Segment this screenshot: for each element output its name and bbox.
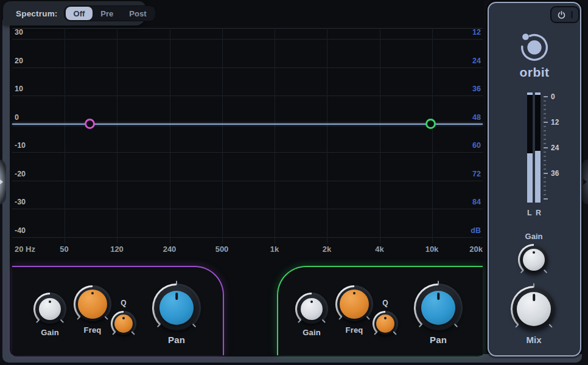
left-drawer-handle[interactable] xyxy=(0,159,6,204)
freq-axis-label: 20k xyxy=(469,245,483,254)
right-drawer-arrow-icon xyxy=(583,179,587,185)
sidebar-gain-indicator xyxy=(533,251,535,254)
gridline-vertical xyxy=(170,28,170,243)
right-drawer-handle[interactable] xyxy=(582,159,588,204)
band-2-q-knob[interactable] xyxy=(373,311,398,336)
meter-bar-l xyxy=(527,92,533,203)
band-2-q-tick xyxy=(393,331,396,335)
gridline-vertical xyxy=(432,28,433,243)
freq-axis-label: 2k xyxy=(323,245,331,254)
right-axis-label: 60 xyxy=(472,141,481,150)
spectrum-toggle: Off Pre Post xyxy=(64,5,156,21)
meter-channel-label: L xyxy=(527,209,532,217)
gridline-horizontal xyxy=(12,68,483,68)
logo: orbit xyxy=(489,27,580,80)
band-1-q-tick xyxy=(131,331,135,335)
band-2-pan-tick xyxy=(438,281,439,285)
db-axis-label: 0 xyxy=(15,113,19,122)
meter-tick xyxy=(544,169,546,170)
meter-scale-label: 24 xyxy=(551,144,559,152)
node-band-1[interactable] xyxy=(85,119,95,129)
right-axis-label: 24 xyxy=(472,57,481,65)
meter-tick xyxy=(544,190,546,191)
meter-bar-r xyxy=(535,92,541,203)
meter-tick xyxy=(544,177,546,178)
meter-tick xyxy=(544,134,546,136)
plot-top-edge xyxy=(12,28,483,29)
meter-scale-label: 36 xyxy=(551,169,559,178)
gridline-horizontal xyxy=(12,96,483,96)
meter-tick xyxy=(544,164,546,165)
band-1-pan-knob[interactable] xyxy=(152,283,201,332)
band-2-gain-knob[interactable] xyxy=(295,293,328,325)
meter-tick xyxy=(544,139,546,140)
meter-channel-label: R xyxy=(536,209,541,217)
band-1-gain-indicator xyxy=(49,301,51,303)
band-2-gain-indicator xyxy=(310,301,313,303)
left-drawer-arrow-icon xyxy=(0,179,3,185)
band-2-pan-label: Pan xyxy=(408,335,469,345)
meter-tick xyxy=(544,186,546,187)
right-axis-label: 12 xyxy=(472,28,481,36)
meter-tick xyxy=(544,122,548,123)
plugin-window: Spectrum: Off Pre Post orbit xyxy=(0,0,588,365)
meter-tick xyxy=(544,173,548,174)
meter-peak-r xyxy=(535,92,541,95)
sidebar-mix-indicator xyxy=(533,294,535,301)
meter-tick xyxy=(544,130,546,131)
freq-axis-label: 20 Hz xyxy=(15,245,35,254)
gridline-horizontal xyxy=(12,152,483,153)
band-2-freq-tick xyxy=(366,316,369,319)
band-1-gain-knob[interactable] xyxy=(33,293,66,325)
node-band-2[interactable] xyxy=(425,119,436,129)
orbit-logo-icon xyxy=(515,27,554,65)
db-axis-label: 30 xyxy=(15,28,23,36)
meter-peak-l xyxy=(527,92,533,95)
meter-tick xyxy=(544,143,546,144)
db-axis-label: -40 xyxy=(15,226,26,235)
spectrum-off-button[interactable]: Off xyxy=(66,7,93,20)
meter-tick xyxy=(544,109,546,110)
sidebar-gain-label: Gain xyxy=(503,232,564,241)
freq-axis-label: 120 xyxy=(110,245,124,254)
spectrum-label: Spectrum: xyxy=(16,9,58,18)
freq-axis-label: 4k xyxy=(375,245,383,254)
gridline-horizontal xyxy=(12,181,483,181)
spectrum-post-button[interactable]: Post xyxy=(121,7,154,20)
meter-fill-l xyxy=(527,153,533,203)
gridline-vertical xyxy=(65,28,65,243)
freq-axis-label: 50 xyxy=(60,245,68,254)
meter-scale-label: 12 xyxy=(551,118,559,127)
band-2-pan-tick xyxy=(454,324,458,327)
meter-tick xyxy=(544,113,546,114)
power-state-indicator xyxy=(571,11,573,18)
band-1-pan-indicator xyxy=(175,293,178,300)
band-1-q-knob[interactable] xyxy=(111,311,136,336)
meter-tick xyxy=(544,100,546,102)
meter-tick xyxy=(544,96,548,97)
power-button[interactable] xyxy=(550,6,579,23)
sidebar-gain-tick xyxy=(544,269,547,273)
meter-tick xyxy=(544,151,546,153)
power-icon xyxy=(557,10,566,19)
gridline-vertical xyxy=(222,28,223,243)
meter-tick xyxy=(544,147,548,148)
band-1-pan-tick xyxy=(176,281,177,285)
band-1-q-indicator xyxy=(122,317,125,319)
band-1-freq-indicator xyxy=(91,292,94,294)
sidebar-mix-knob[interactable] xyxy=(511,286,557,332)
sidebar-gain-knob[interactable] xyxy=(518,244,550,276)
band-1-pan-tick xyxy=(192,324,196,327)
freq-axis-label: 10k xyxy=(425,245,439,254)
gridline-horizontal xyxy=(12,209,483,209)
band-2-pan-knob[interactable] xyxy=(414,283,463,332)
band-1-pan-label: Pan xyxy=(146,335,207,345)
gridline-vertical xyxy=(275,28,275,243)
gridline-horizontal xyxy=(12,39,483,40)
db-axis-label: -20 xyxy=(15,170,26,178)
meter-scale-label: 0 xyxy=(551,92,555,101)
sidebar-mix-tick xyxy=(533,283,534,288)
band-1-freq-tick xyxy=(104,316,108,319)
logo-text: orbit xyxy=(489,65,580,80)
spectrum-pre-button[interactable]: Pre xyxy=(93,7,121,20)
